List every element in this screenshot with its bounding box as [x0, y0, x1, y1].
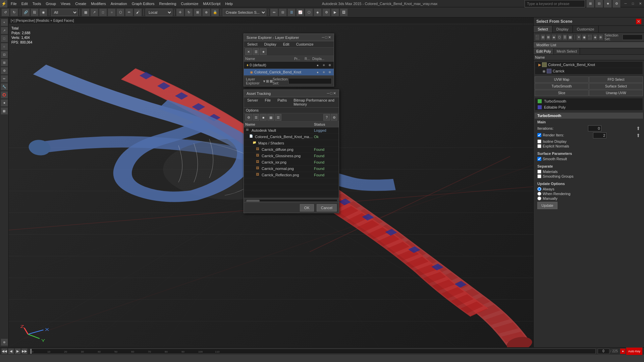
- maximize-btn[interactable]: □: [629, 0, 637, 7]
- at-row-maps[interactable]: 📁 Maps / Shaders: [244, 140, 339, 146]
- mod-stack-turbos[interactable]: TurboSmooth: [535, 98, 643, 104]
- se-menu-select[interactable]: Select: [244, 41, 261, 47]
- ts-update-btn[interactable]: Update: [537, 202, 557, 209]
- lt-btn-3[interactable]: □: [1, 35, 8, 42]
- at-tb-settings[interactable]: ⚙: [331, 114, 337, 121]
- schematic-btn[interactable]: ⬡: [305, 8, 313, 16]
- se-close-btn[interactable]: ✕: [328, 35, 331, 40]
- at-row-normal[interactable]: 🖼 Carrick_normal.png Found: [244, 166, 339, 172]
- menu-views[interactable]: Views: [59, 1, 72, 6]
- render-frame-btn[interactable]: 🖼: [340, 8, 348, 16]
- at-row-gloss[interactable]: 🖼 Carrick_Glossiness.png Found: [244, 153, 339, 159]
- lt-btn-8[interactable]: ✏: [1, 75, 8, 82]
- mirror-btn[interactable]: ⇔: [270, 8, 278, 16]
- bind-btn[interactable]: ◉: [39, 8, 47, 16]
- at-menu-paths[interactable]: Paths: [274, 97, 290, 107]
- menu-edit[interactable]: Edit: [19, 1, 30, 6]
- timeline-next-btn[interactable]: ▶▶: [21, 348, 28, 354]
- mod-tab-mesh-select[interactable]: Mesh Select: [554, 48, 580, 54]
- menu-modifiers[interactable]: Modifiers: [89, 1, 108, 6]
- snap-toggle-btn[interactable]: 🔒: [211, 8, 219, 16]
- se-footer-btn-2[interactable]: ⊠: [270, 79, 273, 83]
- at-close-btn[interactable]: ✕: [333, 91, 336, 96]
- se-tb-star[interactable]: ★: [260, 48, 267, 55]
- menu-maxscript[interactable]: MAXScript: [201, 1, 222, 6]
- se-freeze-icon-2[interactable]: ❄: [327, 69, 332, 75]
- redo-btn[interactable]: ↻: [10, 8, 18, 16]
- se-footer-btn-1[interactable]: ⊞: [266, 79, 269, 83]
- lt-btn-6[interactable]: ⊞: [1, 59, 8, 66]
- ts-isoline-checkbox[interactable]: [537, 139, 541, 143]
- nt-row-carrick[interactable]: ◉ Carrick: [535, 68, 643, 74]
- at-tb-btn-2[interactable]: ☰: [253, 114, 259, 121]
- at-menu-server[interactable]: Server: [244, 97, 261, 107]
- toolbar-btn-4[interactable]: ⚙: [612, 0, 621, 8]
- mod-btn-unwrap[interactable]: Unwrap UVW: [589, 90, 643, 96]
- sfs-close-btn[interactable]: ✕: [636, 19, 641, 24]
- mod-tab-edit-poly[interactable]: Edit Poly: [534, 48, 554, 54]
- se-minimize-btn[interactable]: ─: [322, 35, 325, 40]
- rotate-btn[interactable]: ↻: [185, 8, 193, 16]
- menu-create[interactable]: Create: [73, 1, 88, 6]
- at-tb-btn-1[interactable]: ⚙: [245, 114, 252, 121]
- lt-btn-5[interactable]: ⊡: [1, 51, 8, 58]
- render-btn[interactable]: ▶: [331, 8, 339, 16]
- ts-materials-checkbox[interactable]: [537, 170, 541, 174]
- lt-btn-bottom[interactable]: ⊕: [1, 339, 8, 346]
- menu-file[interactable]: File: [9, 1, 19, 6]
- toolbar-btn-1[interactable]: ⊞: [586, 0, 594, 8]
- paint-select-btn[interactable]: 🖌: [134, 8, 142, 16]
- se-maximize-btn[interactable]: □: [325, 35, 327, 40]
- ts-radio-manually-input[interactable]: [537, 196, 541, 200]
- menu-help[interactable]: Help: [223, 1, 235, 6]
- ts-render-iters-spinner[interactable]: ⬆: [636, 133, 640, 138]
- place-btn[interactable]: ⊕: [202, 8, 210, 16]
- mod-btn-ffd-select[interactable]: FFD Select: [589, 76, 643, 83]
- at-row-ior[interactable]: 🖼 Carrick_ior.png Found: [244, 159, 339, 166]
- layer-dropdown[interactable]: All: [51, 9, 78, 16]
- curve-editor-btn[interactable]: 📈: [296, 8, 304, 16]
- select-btn[interactable]: ↗: [90, 8, 98, 16]
- at-ok-btn[interactable]: OK: [300, 204, 314, 212]
- rp-tb-btn-10[interactable]: ⬛: [587, 34, 592, 40]
- at-options-menu[interactable]: Options: [246, 108, 259, 112]
- rp-tb-btn-7[interactable]: ▦: [568, 34, 573, 40]
- frame-input[interactable]: [598, 349, 609, 354]
- at-row-maxfile[interactable]: 📄 Colored_Carrick_Bend_Knot_max_vray.max…: [244, 134, 339, 140]
- se-tb-list[interactable]: ☰: [253, 48, 259, 55]
- at-menu-bitmap[interactable]: Bitmap Performance and Memory: [290, 97, 339, 107]
- se-freeze-icon[interactable]: ❄: [327, 62, 332, 68]
- lt-btn-7[interactable]: ⚙: [1, 67, 8, 74]
- toolbar-btn-3[interactable]: ★: [604, 0, 612, 8]
- se-render-icon[interactable]: ☀: [321, 62, 326, 68]
- rect-select-btn[interactable]: □: [99, 8, 107, 16]
- move-btn[interactable]: ✛: [176, 8, 184, 16]
- menu-rendering[interactable]: Rendering: [157, 1, 178, 6]
- mod-btn-surface-select[interactable]: Surface Select: [589, 83, 643, 89]
- rp-tb-btn-2[interactable]: ⊞: [540, 34, 545, 40]
- ref-coord-dropdown[interactable]: Local: [146, 9, 172, 16]
- ts-iterations-spinner[interactable]: ⬆: [636, 126, 640, 131]
- at-tb-btn-3[interactable]: ■: [260, 114, 267, 121]
- mod-btn-uvw-map[interactable]: UVW Map: [535, 76, 589, 83]
- menu-tools[interactable]: Tools: [31, 1, 43, 6]
- at-tb-btn-4[interactable]: ▦: [267, 114, 274, 121]
- menu-customize[interactable]: Customize: [179, 1, 200, 6]
- select-filter-btn[interactable]: ▦: [82, 8, 90, 16]
- at-maximize-btn[interactable]: □: [330, 91, 332, 96]
- at-tb-help[interactable]: ?: [323, 114, 330, 121]
- rp-selection-set-input[interactable]: [623, 35, 643, 40]
- timeline-track[interactable]: 0 10 20 30 40 50 60 70 80 90 100 110: [30, 349, 596, 354]
- toolbar-btn-2[interactable]: ⊟: [595, 0, 603, 8]
- lasso-select-btn[interactable]: ✏: [125, 8, 133, 16]
- ts-smooth-result-checkbox[interactable]: [537, 157, 541, 161]
- sfs-tab-display[interactable]: Display: [552, 26, 573, 33]
- mod-btn-turbos[interactable]: TurboSmooth: [535, 83, 589, 89]
- search-input[interactable]: [525, 0, 585, 7]
- se-eye-icon-2[interactable]: ●: [315, 69, 320, 75]
- timeline-prev-btn[interactable]: ◀: [8, 348, 14, 354]
- rp-tb-btn-6[interactable]: ☰: [562, 34, 567, 40]
- undo-btn[interactable]: ↺: [1, 8, 9, 16]
- lt-btn-10[interactable]: ⭕: [1, 91, 8, 99]
- timeline-keying-btn[interactable]: ●: [620, 348, 626, 354]
